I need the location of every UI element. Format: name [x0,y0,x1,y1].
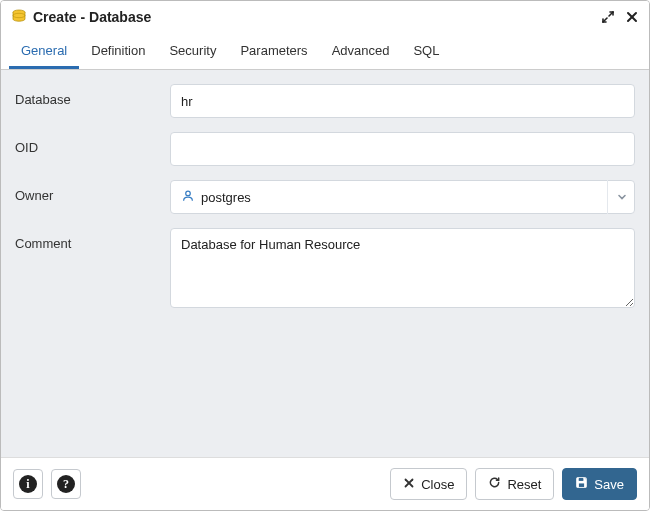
tab-security[interactable]: Security [157,33,228,69]
close-icon[interactable] [625,10,639,24]
tab-sql[interactable]: SQL [401,33,451,69]
svg-rect-4 [579,478,583,481]
create-database-dialog: Create - Database General Definition Sec… [0,0,650,511]
row-owner: Owner postgres [15,180,635,214]
chevron-down-icon [607,180,635,214]
tab-advanced[interactable]: Advanced [320,33,402,69]
comment-input[interactable] [170,228,635,308]
info-icon: i [19,475,37,493]
footer: i ? Close Reset [1,457,649,510]
row-comment: Comment [15,228,635,311]
user-icon [181,189,195,206]
database-icon [11,9,27,25]
owner-select[interactable]: postgres [170,180,635,214]
label-owner: Owner [15,180,170,203]
tabs: General Definition Security Parameters A… [1,33,649,70]
save-icon [575,476,588,492]
label-oid: OID [15,132,170,155]
tab-general[interactable]: General [9,33,79,69]
row-oid: OID [15,132,635,166]
close-button[interactable]: Close [390,468,467,500]
close-x-icon [403,477,415,492]
save-label: Save [594,477,624,492]
titlebar: Create - Database [1,1,649,33]
svg-point-2 [186,191,191,196]
oid-input[interactable] [170,132,635,166]
reset-button[interactable]: Reset [475,468,554,500]
svg-rect-5 [579,483,584,487]
tab-definition[interactable]: Definition [79,33,157,69]
reset-icon [488,476,501,492]
tab-parameters[interactable]: Parameters [228,33,319,69]
dialog-title: Create - Database [33,9,595,25]
reset-label: Reset [507,477,541,492]
close-label: Close [421,477,454,492]
owner-value: postgres [201,190,251,205]
info-button[interactable]: i [13,469,43,499]
help-icon: ? [57,475,75,493]
label-database: Database [15,84,170,107]
tab-content: Database OID Owner [1,70,649,457]
database-input[interactable] [170,84,635,118]
expand-icon[interactable] [601,10,615,24]
row-database: Database [15,84,635,118]
label-comment: Comment [15,228,170,251]
save-button[interactable]: Save [562,468,637,500]
help-button[interactable]: ? [51,469,81,499]
